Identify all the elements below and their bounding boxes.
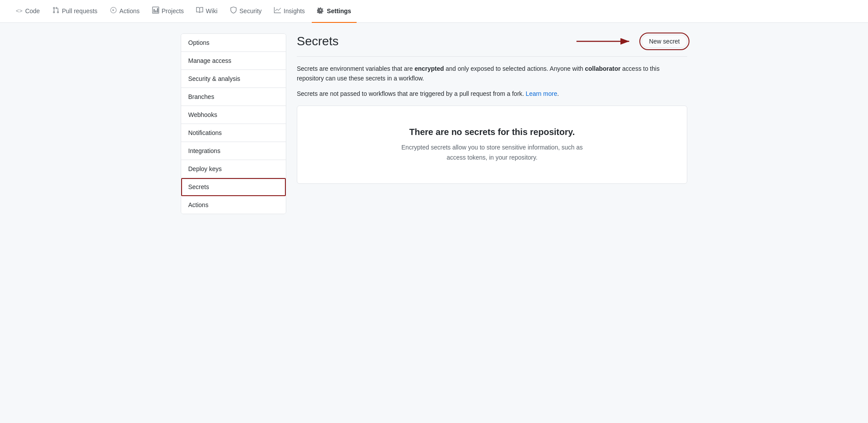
empty-state-description: Encrypted secrets allow you to store sen… (400, 142, 584, 162)
nav-item-security[interactable]: Security (225, 0, 267, 23)
projects-icon (152, 7, 159, 15)
nav-item-code[interactable]: <> Code (11, 0, 45, 23)
description-2: Secrets are not passed to workflows that… (297, 89, 687, 98)
main-layout: Options Manage access Security & analysi… (170, 33, 698, 214)
sidebar-item-integrations[interactable]: Integrations (181, 142, 286, 160)
pull-requests-icon (52, 7, 59, 15)
settings-icon (317, 7, 324, 15)
sidebar-item-branches[interactable]: Branches (181, 88, 286, 106)
nav-item-insights[interactable]: Insights (269, 0, 310, 23)
nav-item-projects[interactable]: Projects (147, 0, 190, 23)
description-1: Secrets are environment variables that a… (297, 64, 687, 84)
security-icon (230, 7, 237, 15)
nav-item-pull-requests[interactable]: Pull requests (47, 0, 103, 23)
sidebar-item-secrets[interactable]: Secrets (181, 178, 286, 196)
empty-state-box: There are no secrets for this repository… (297, 106, 687, 184)
insights-icon (274, 7, 281, 15)
sidebar-item-actions[interactable]: Actions (181, 196, 286, 214)
empty-state-title: There are no secrets for this repository… (308, 127, 676, 137)
divider (297, 56, 687, 57)
wiki-icon (196, 7, 203, 15)
sidebar-item-webhooks[interactable]: Webhooks (181, 106, 286, 124)
top-nav: <> Code Pull requests Actions Projects W… (0, 0, 868, 23)
nav-item-wiki[interactable]: Wiki (191, 0, 222, 23)
page-title: Secrets (297, 34, 339, 48)
main-content: Secrets New secret (297, 33, 687, 184)
sidebar: Options Manage access Security & analysi… (181, 33, 286, 214)
sidebar-item-deploy-keys[interactable]: Deploy keys (181, 160, 286, 178)
code-icon: <> (16, 7, 22, 14)
learn-more-link[interactable]: Learn more (526, 90, 558, 97)
actions-icon (110, 7, 117, 15)
arrow-row: New secret (576, 33, 687, 49)
sidebar-item-manage-access[interactable]: Manage access (181, 52, 286, 70)
new-secret-area: New secret (576, 33, 687, 49)
secrets-header: Secrets New secret (297, 33, 687, 49)
sidebar-item-notifications[interactable]: Notifications (181, 124, 286, 142)
sidebar-item-security-analysis[interactable]: Security & analysis (181, 70, 286, 88)
nav-item-actions[interactable]: Actions (105, 0, 145, 23)
sidebar-item-options[interactable]: Options (181, 34, 286, 52)
nav-item-settings[interactable]: Settings (312, 0, 356, 23)
new-secret-button[interactable]: New secret (642, 35, 687, 48)
header-arrow (576, 33, 638, 49)
